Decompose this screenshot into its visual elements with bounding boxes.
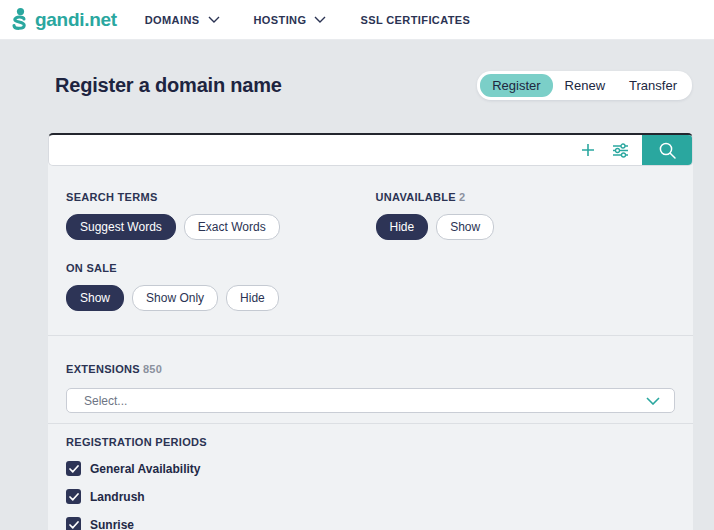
filter-label-text: ON SALE (66, 262, 117, 274)
checkbox-label: General Availability (90, 462, 201, 476)
pill-onsale-show[interactable]: Show (66, 285, 124, 311)
page-title: Register a domain name (55, 74, 282, 97)
search-panel: SEARCH TERMS Suggest Words Exact Words U… (48, 133, 693, 530)
chevron-down-icon (314, 16, 326, 23)
tab-transfer[interactable]: Transfer (617, 74, 689, 97)
search-bar (48, 133, 693, 166)
chevron-down-icon (646, 397, 660, 405)
filter-label: UNAVAILABLE2 (376, 191, 676, 203)
plus-icon (580, 142, 596, 158)
checked-checkbox-icon (66, 489, 81, 504)
nav-item-ssl-certificates[interactable]: SSL CERTIFICATES (360, 14, 470, 26)
checkbox-label: Sunrise (90, 518, 134, 530)
pill-unavailable-show[interactable]: Show (436, 214, 494, 240)
pill-group: Show Show Only Hide (66, 285, 366, 311)
search-icon (658, 141, 677, 160)
filter-group-search-terms: SEARCH TERMS Suggest Words Exact Words (66, 191, 366, 240)
filter-group-registration-periods: REGISTRATION PERIODS General Availabilit… (48, 424, 693, 530)
nav-item-label: SSL CERTIFICATES (360, 14, 470, 26)
pill-onsale-hide[interactable]: Hide (226, 285, 279, 311)
gandi-logo-icon (8, 7, 30, 33)
pill-group: Hide Show (376, 214, 676, 240)
nav-item-hosting[interactable]: HOSTING (254, 14, 327, 26)
filter-label: SEARCH TERMS (66, 191, 366, 203)
filter-label: REGISTRATION PERIODS (66, 436, 675, 448)
filter-label-text: SEARCH TERMS (66, 191, 158, 203)
extensions-select[interactable]: Select... (66, 388, 675, 413)
checked-checkbox-icon (66, 461, 81, 476)
filter-label-text: UNAVAILABLE (376, 191, 457, 203)
filter-group-unavailable: UNAVAILABLE2 Hide Show (376, 191, 676, 240)
filter-count: 2 (459, 191, 465, 203)
checkbox-sunrise[interactable]: Sunrise (66, 517, 675, 530)
filter-label-text: REGISTRATION PERIODS (66, 436, 207, 448)
logo-text: gandi.net (35, 9, 117, 31)
top-nav: gandi.net DOMAINS HOSTING SSL CERTIFICAT… (0, 0, 714, 40)
nav-item-label: HOSTING (254, 14, 307, 26)
mode-switcher: Register Renew Transfer (477, 71, 692, 100)
chevron-down-icon (208, 16, 220, 23)
checkbox-label: Landrush (90, 490, 145, 504)
domain-search-input[interactable] (49, 135, 572, 165)
checkbox-general-availability[interactable]: General Availability (66, 461, 675, 476)
nav-item-domains[interactable]: DOMAINS (145, 14, 220, 26)
pill-onsale-show-only[interactable]: Show Only (132, 285, 218, 311)
add-search-term-button[interactable] (572, 135, 604, 165)
filter-count: 850 (143, 363, 162, 375)
main-content: Register a domain name Register Renew Tr… (0, 71, 714, 530)
main-nav: DOMAINS HOSTING SSL CERTIFICATES (145, 14, 471, 26)
pill-suggest-words[interactable]: Suggest Words (66, 214, 176, 240)
tab-register[interactable]: Register (480, 74, 552, 97)
nav-item-label: DOMAINS (145, 14, 200, 26)
pill-unavailable-hide[interactable]: Hide (376, 214, 429, 240)
search-filters-button[interactable] (604, 135, 636, 165)
checked-checkbox-icon (66, 517, 81, 530)
pill-exact-words[interactable]: Exact Words (184, 214, 280, 240)
adjustments-icon (612, 142, 629, 159)
gandi-logo[interactable]: gandi.net (8, 7, 117, 33)
tab-renew[interactable]: Renew (553, 74, 617, 97)
pill-group: Suggest Words Exact Words (66, 214, 366, 240)
filter-label: ON SALE (66, 262, 366, 274)
filter-group-on-sale: ON SALE Show Show Only Hide (66, 262, 366, 311)
filter-label-text: EXTENSIONS (66, 363, 140, 375)
filter-label: EXTENSIONS850 (66, 363, 675, 375)
search-button[interactable] (642, 135, 692, 165)
filters-grid: SEARCH TERMS Suggest Words Exact Words U… (48, 166, 693, 335)
filter-group-extensions: EXTENSIONS850 Select... (48, 336, 693, 423)
checkbox-landrush[interactable]: Landrush (66, 489, 675, 504)
page-head: Register a domain name Register Renew Tr… (55, 71, 692, 100)
select-placeholder: Select... (84, 394, 127, 408)
